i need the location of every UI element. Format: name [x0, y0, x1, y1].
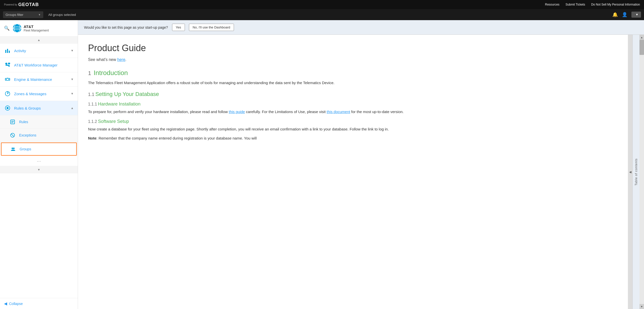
- notification-bell-icon[interactable]: 🔔: [612, 12, 618, 17]
- logo-area: Powered by GEOTAB: [4, 2, 39, 7]
- note-bold: Note: [88, 136, 96, 140]
- startup-banner: Would you like to set this page as your …: [78, 20, 644, 35]
- sidebar-scroll-area: ▲ Activity ▼ AT&T Workforce Manager: [0, 37, 78, 298]
- svg-rect-10: [8, 65, 10, 66]
- user-account-dropdown[interactable]: ▼: [631, 12, 641, 18]
- user-profile-icon[interactable]: 👤: [622, 12, 627, 17]
- startup-question-text: Would you like to set this page as your …: [84, 25, 168, 29]
- section-1-title: Introduction: [94, 69, 128, 77]
- search-button[interactable]: 🔍: [4, 25, 10, 31]
- body-pre-text: To prepare for, perform and verify your …: [88, 110, 229, 114]
- sidebar: 🔍 AT&T Fleet Management ▲: [0, 20, 78, 309]
- section-1-1-2-title: Software Setup: [98, 119, 129, 124]
- sidebar-item-att-workforce[interactable]: AT&T Workforce Manager: [0, 58, 78, 72]
- body-post-text: for the most up-to-date version.: [350, 110, 404, 114]
- no-startup-button[interactable]: No, I'll use the Dashboard: [189, 24, 234, 31]
- scroll-up-button[interactable]: ▲: [639, 35, 644, 40]
- rules-groups-icon: [4, 105, 11, 112]
- section-1-1-1-header: 1.1.1 Hardware Installation: [88, 101, 618, 107]
- brand-logo: AT&T Fleet Management: [13, 24, 49, 33]
- geotab-logo: Powered by GEOTAB: [4, 2, 39, 7]
- see-whats-new-text: See what's new here.: [88, 57, 618, 62]
- body-mid-text: carefully. For the Limitations of Use, p…: [245, 110, 327, 114]
- svg-point-14: [8, 79, 9, 80]
- sidebar-item-exceptions[interactable]: Exceptions: [0, 129, 78, 142]
- top-navigation-bar: Powered by GEOTAB Resources Submit Ticke…: [0, 0, 644, 9]
- sidebar-item-groups[interactable]: Groups: [1, 143, 77, 156]
- svg-point-7: [5, 63, 7, 65]
- this-document-link[interactable]: this document: [327, 110, 350, 114]
- rules-groups-sub-items: Rules Exceptions Groups: [0, 115, 78, 156]
- engine-maintenance-label: Engine & Maintenance: [14, 77, 69, 82]
- zones-messages-icon: [4, 90, 11, 97]
- note-text: Note: Remember that the company name ent…: [88, 135, 618, 141]
- exceptions-label: Exceptions: [19, 133, 36, 137]
- here-link[interactable]: here: [117, 57, 125, 62]
- sidebar-item-zones-messages[interactable]: Zones & Messages ▼: [0, 87, 78, 101]
- att-logo-icon: [13, 24, 22, 33]
- scroll-thumb[interactable]: [639, 40, 644, 55]
- content-collapse-icon: ◀: [629, 170, 631, 174]
- groups-filter-chevron-icon: ▼: [38, 13, 41, 16]
- svg-rect-9: [9, 65, 10, 65]
- section-1-number: 1: [88, 70, 91, 77]
- groups-icon: [10, 146, 17, 153]
- scroll-down-button[interactable]: ▼: [639, 304, 644, 309]
- section-1-1-title: Setting Up Your Database: [95, 91, 159, 97]
- sidebar-item-activity[interactable]: Activity ▼: [0, 44, 78, 58]
- scroll-track: [639, 40, 644, 304]
- section-1-1-header: 1.1 Setting Up Your Database: [88, 91, 618, 97]
- table-of-contents-panel[interactable]: Table of contents: [632, 35, 639, 309]
- activity-chevron-icon: ▼: [71, 49, 74, 52]
- svg-point-25: [12, 148, 13, 149]
- brand-name-bottom: Fleet Management: [24, 29, 49, 32]
- collapse-sidebar-button[interactable]: ◀ Collapse: [0, 298, 78, 309]
- see-new-suffix: .: [125, 57, 126, 62]
- section-1-1-number: 1.1: [88, 92, 94, 97]
- brand-name: AT&T Fleet Management: [24, 24, 49, 32]
- svg-rect-6: [9, 51, 10, 53]
- activity-icon: [4, 47, 11, 54]
- svg-point-13: [6, 79, 7, 80]
- do-not-sell-link[interactable]: Do Not Sell My Personal Information: [591, 3, 640, 6]
- svg-rect-4: [5, 50, 6, 53]
- resources-link[interactable]: Resources: [545, 3, 559, 6]
- section-1-1-1-body: To prepare for, perform and verify your …: [88, 109, 618, 115]
- sidebar-scroll-down[interactable]: ▼: [0, 166, 78, 173]
- sidebar-scroll-up[interactable]: ▲: [0, 37, 78, 44]
- user-dropdown-chevron-icon: ▼: [635, 13, 638, 16]
- collapse-arrow-icon: ◀: [4, 301, 7, 306]
- submit-tickets-link[interactable]: Submit Tickets: [566, 3, 585, 6]
- geotab-logo-text: GEOTAB: [18, 2, 39, 7]
- main-layout: 🔍 AT&T Fleet Management ▲: [0, 20, 644, 309]
- see-new-prefix: See what's new: [88, 57, 117, 62]
- top-nav-links: Resources Submit Tickets Do Not Sell My …: [545, 3, 640, 6]
- scroll-controls: ▲ ▼: [639, 35, 644, 309]
- sidebar-item-rules[interactable]: Rules: [0, 115, 78, 129]
- toc-label: Table of contents: [634, 158, 638, 186]
- more-items-indicator: ···: [0, 156, 78, 166]
- rules-groups-label: Rules & Groups: [14, 106, 69, 110]
- rules-label: Rules: [19, 120, 28, 124]
- groups-filter-button[interactable]: Groups filter ▼: [3, 11, 43, 18]
- powered-by-text: Powered by: [4, 3, 17, 6]
- ellipsis: ···: [37, 158, 41, 164]
- section-1-1-2-body: Now create a database for your fleet usi…: [88, 126, 618, 132]
- content-area: Product Guide See what's new here. 1 Int…: [78, 35, 644, 309]
- exceptions-icon: [9, 132, 16, 139]
- content-collapse-arrow[interactable]: ◀: [628, 35, 632, 309]
- sidebar-item-engine-maintenance[interactable]: Engine & Maintenance ▼: [0, 72, 78, 87]
- section-1-1-1-number: 1.1.1: [88, 102, 97, 106]
- svg-rect-11: [8, 66, 10, 67]
- article-content: Product Guide See what's new here. 1 Int…: [78, 35, 628, 309]
- sidebar-item-rules-groups[interactable]: Rules & Groups ▲: [0, 101, 78, 115]
- all-groups-selected-text: All groups selected: [46, 13, 609, 17]
- zones-messages-chevron-icon: ▼: [71, 92, 74, 95]
- this-guide-link[interactable]: this guide: [229, 110, 245, 114]
- engine-maintenance-chevron-icon: ▼: [71, 78, 74, 81]
- yes-startup-button[interactable]: Yes: [172, 24, 185, 31]
- svg-rect-5: [7, 49, 8, 53]
- brand-name-top: AT&T: [24, 24, 49, 29]
- att-workforce-label: AT&T Workforce Manager: [14, 63, 74, 67]
- engine-maintenance-icon: [4, 76, 11, 83]
